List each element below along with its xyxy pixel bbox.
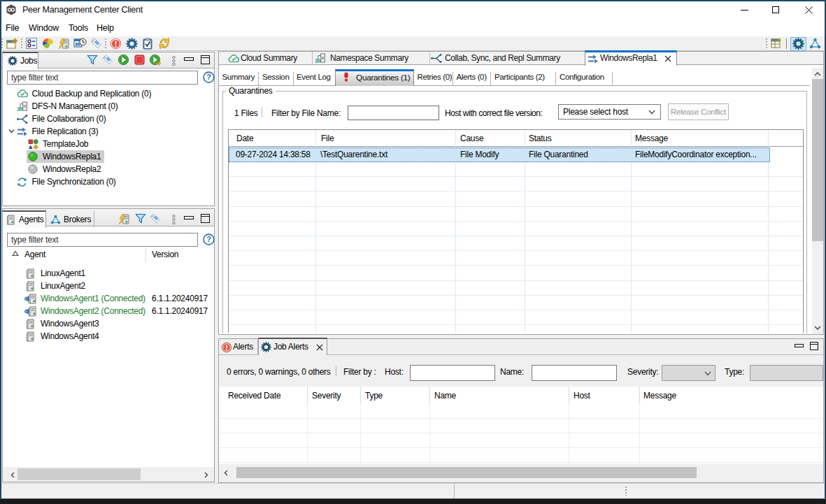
- svg-text:12: 12: [76, 43, 80, 47]
- svg-text:?: ?: [206, 235, 211, 243]
- svg-text:?: ?: [206, 73, 211, 81]
